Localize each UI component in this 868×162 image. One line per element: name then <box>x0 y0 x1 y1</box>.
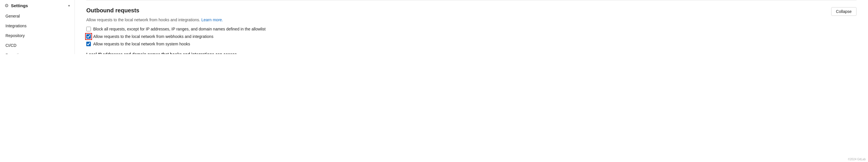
section-description: Allow requests to the local network from… <box>86 18 857 22</box>
sidebar-nav: GeneralIntegrationsRepositoryCI/CDReport… <box>0 11 74 54</box>
section-divider <box>86 0 857 0</box>
chevron-down-icon: ▾ <box>68 4 70 8</box>
sidebar-item-general[interactable]: General <box>0 11 74 21</box>
collapse-button[interactable]: Collapse <box>831 7 857 16</box>
main-content: Outbound requests Collapse Allow request… <box>75 0 868 54</box>
checkbox-block_all[interactable] <box>86 27 91 31</box>
sidebar-item-repository[interactable]: Repository <box>0 31 74 40</box>
checkbox-group: Block all requests, except for IP addres… <box>86 27 857 46</box>
learn-more-link[interactable]: Learn more. <box>201 18 223 22</box>
section-title: Outbound requests <box>86 7 139 14</box>
section-desc-text: Allow requests to the local network from… <box>86 18 200 22</box>
checkbox-row-allow_system_hooks[interactable]: Allow requests to the local network from… <box>86 42 857 46</box>
local-ip-title: Local IP addresses and domain names that… <box>86 52 857 54</box>
sidebar-item-integrations[interactable]: Integrations <box>0 21 74 31</box>
sidebar-item-cicd[interactable]: CI/CD <box>0 40 74 50</box>
settings-header[interactable]: ⚙ Settings ▾ <box>0 0 74 11</box>
checkbox-label-allow_webhooks: Allow requests to the local network from… <box>93 34 213 39</box>
checkbox-label-block_all: Block all requests, except for IP addres… <box>93 27 266 31</box>
checkbox-row-allow_webhooks[interactable]: Allow requests to the local network from… <box>86 34 857 39</box>
sidebar: ⚙ Settings ▾ GeneralIntegrationsReposito… <box>0 0 75 54</box>
checkbox-allow_webhooks[interactable] <box>86 34 91 39</box>
checkbox-label-allow_system_hooks: Allow requests to the local network from… <box>93 42 190 46</box>
section-header: Outbound requests Collapse <box>86 7 857 16</box>
local-ip-section: Local IP addresses and domain names that… <box>86 52 857 54</box>
sidebar-item-reporting[interactable]: Reporting <box>0 50 74 54</box>
checkbox-allow_system_hooks[interactable] <box>86 42 91 46</box>
checkbox-row-block_all[interactable]: Block all requests, except for IP addres… <box>86 27 857 31</box>
gear-icon: ⚙ <box>5 3 9 8</box>
sidebar-title: Settings <box>11 3 28 8</box>
